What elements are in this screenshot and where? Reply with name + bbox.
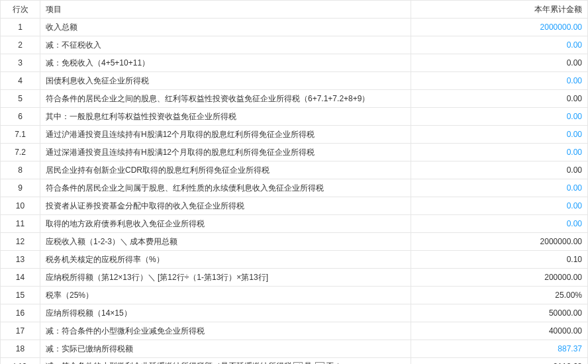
row-number: 1 [1,19,40,36]
table-row: 7.2通过深港通投资且连续持有H股满12个月取得的股息红利所得免征企业所得税0.… [1,144,588,161]
row-number: 10 [1,197,40,215]
table-row: 5符合条件的居民企业之间的股息、红利等权益性投资收益免征企业所得税（6+7.1+… [1,90,588,108]
table-row: 4国债利息收入免征企业所得税0.00 [1,72,588,90]
row-item: 减：符合条件的小型微利企业延缓缴纳所得税额（是否延缓缴纳所得税是 否 ） [40,358,411,365]
row-amount: 50000.00 [411,304,588,322]
row-amount: 40000.00 [411,322,588,340]
row-item: 应税收入额（1-2-3）＼ 成本费用总额 [40,233,411,251]
row-item: 税务机关核定的应税所得率（%） [40,251,411,269]
row-amount[interactable]: 887.37 [411,340,588,358]
row-number: L19 [1,358,40,365]
l19-prefix: 减：符合条件的小型微利企业延缓缴纳所得税额（是否延缓缴纳所得税 [46,361,292,364]
table-row: 8居民企业持有创新企业CDR取得的股息红利所得免征企业所得税0.00 [1,161,588,179]
row-number: 11 [1,215,40,233]
row-item: 应纳税所得额（第12×13行）＼ [第12行÷（1-第13行）×第13行] [40,269,411,287]
row-item: 符合条件的居民企业之间属于股息、红利性质的永续债利息收入免征企业所得税 [40,179,411,197]
table-row: 1收入总额2000000.00 [1,19,588,36]
row-number: 2 [1,36,40,54]
row-amount: 0.00 [411,54,588,72]
row-item: 税率（25%） [40,287,411,304]
row-item: 国债利息收入免征企业所得税 [40,72,411,90]
row-number: 5 [1,90,40,108]
row-item: 投资者从证券投资基金分配中取得的收入免征企业所得税 [40,197,411,215]
row-item: 通过深港通投资且连续持有H股满12个月取得的股息红利所得免征企业所得税 [40,144,411,161]
table-row: 16应纳所得税额（14×15）50000.00 [1,304,588,322]
row-amount[interactable]: 0.00 [411,197,588,215]
label-yes: 是 [304,362,312,364]
header-amount: 本年累计金额 [411,1,588,19]
row-amount: 2000000.00 [411,233,588,251]
row-amount[interactable]: 0.00 [411,179,588,197]
row-item: 收入总额 [40,19,411,36]
row-number: 7.2 [1,144,40,161]
table-row: 2减：不征税收入0.00 [1,36,588,54]
row-item: 减：符合条件的小型微利企业减免企业所得税 [40,322,411,340]
table-row: 10投资者从证券投资基金分配中取得的收入免征企业所得税0.00 [1,197,588,215]
row-amount: 0.00 [411,90,588,108]
row-amount[interactable]: 0.00 [411,144,588,161]
row-amount[interactable]: 0.00 [411,126,588,144]
row-item: 减：免税收入（4+5+10+11） [40,54,411,72]
row-number: 18 [1,340,40,358]
row-amount[interactable]: 0.00 [411,36,588,54]
table-row: 6其中：一般股息红利等权益性投资收益免征企业所得税0.00 [1,108,588,126]
row-number: 14 [1,269,40,287]
row-item: 符合条件的居民企业之间的股息、红利等权益性投资收益免征企业所得税（6+7.1+7… [40,90,411,108]
table-row: 15税率（25%）25.00% [1,287,588,304]
row-item: 应纳所得税额（14×15） [40,304,411,322]
row-amount: 25.00% [411,287,588,304]
row-number: 17 [1,322,40,340]
row-amount[interactable]: 2000000.00 [411,19,588,36]
row-number: 9 [1,179,40,197]
table-row: 12应税收入额（1-2-3）＼ 成本费用总额2000000.00 [1,233,588,251]
row-item: 居民企业持有创新企业CDR取得的股息红利所得免征企业所得税 [40,161,411,179]
row-item: 通过沪港通投资且连续持有H股满12个月取得的股息红利所得免征企业所得税 [40,126,411,144]
label-no: 否 [326,362,334,364]
row-amount[interactable]: 0.00 [411,108,588,126]
row-item: 其中：一般股息红利等权益性投资收益免征企业所得税 [40,108,411,126]
row-amount[interactable]: 0.00 [411,215,588,233]
row-item: 减：实际已缴纳所得税额 [40,340,411,358]
row-amount: 9112.63 [411,358,588,365]
tax-table: 行次 项目 本年累计金额 1收入总额2000000.002减：不征税收入0.00… [0,0,588,364]
table-row: 14应纳税所得额（第12×13行）＼ [第12行÷（1-第13行）×第13行]2… [1,269,588,287]
row-number: 8 [1,161,40,179]
table-row: L19减：符合条件的小型微利企业延缓缴纳所得税额（是否延缓缴纳所得税是 否 ）9… [1,358,588,365]
header-item: 项目 [40,1,411,19]
row-amount[interactable]: 0.00 [411,72,588,90]
row-item: 取得的地方政府债券利息收入免征企业所得税 [40,215,411,233]
header-row: 行次 项目 本年累计金额 [1,1,588,19]
table-row: 17减：符合条件的小型微利企业减免企业所得税40000.00 [1,322,588,340]
row-amount: 0.00 [411,161,588,179]
header-rownum: 行次 [1,1,40,19]
row-number: 7.1 [1,126,40,144]
row-number: 15 [1,287,40,304]
row-number: 13 [1,251,40,269]
row-item: 减：不征税收入 [40,36,411,54]
row-amount: 200000.00 [411,269,588,287]
row-number: 12 [1,233,40,251]
table-row: 3减：免税收入（4+5+10+11）0.00 [1,54,588,72]
l19-suffix: ） [334,361,344,364]
table-row: 9符合条件的居民企业之间属于股息、红利性质的永续债利息收入免征企业所得税0.00 [1,179,588,197]
table-row: 18减：实际已缴纳所得税额887.37 [1,340,588,358]
table-row: 11取得的地方政府债券利息收入免征企业所得税0.00 [1,215,588,233]
row-number: 16 [1,304,40,322]
table-row: 13税务机关核定的应税所得率（%）0.10 [1,251,588,269]
row-number: 4 [1,72,40,90]
row-amount: 0.10 [411,251,588,269]
row-number: 3 [1,54,40,72]
row-number: 6 [1,108,40,126]
table-row: 7.1通过沪港通投资且连续持有H股满12个月取得的股息红利所得免征企业所得税0.… [1,126,588,144]
